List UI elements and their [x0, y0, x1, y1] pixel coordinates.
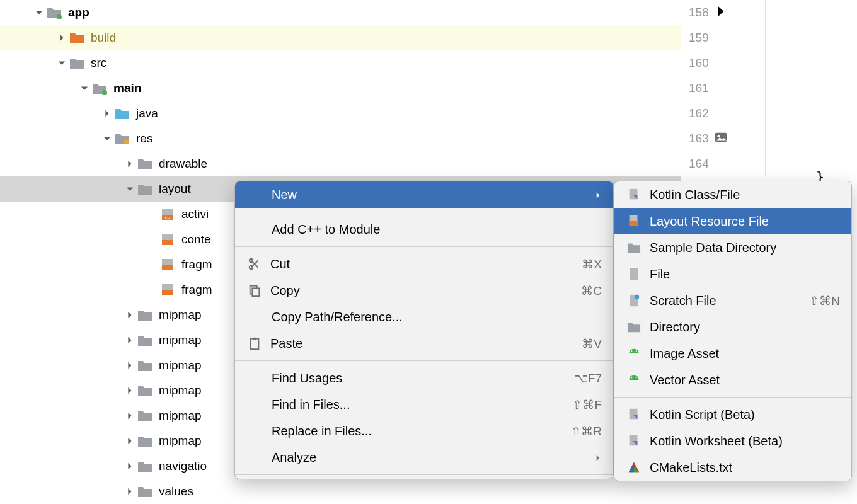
menu-item-cut[interactable]: Cut ⌘X	[235, 251, 613, 277]
gutter-line[interactable]: 159	[681, 25, 765, 50]
menu-item-paste[interactable]: Paste ⌘V	[235, 330, 613, 357]
layout-xml-icon	[160, 233, 175, 246]
gutter-line[interactable]: 162	[681, 101, 765, 126]
folder-icon	[137, 309, 152, 321]
svg-rect-22	[630, 221, 638, 226]
menu-item-new[interactable]: New	[235, 181, 613, 208]
chevron-down-icon[interactable]	[32, 5, 47, 20]
android-icon	[626, 345, 642, 362]
tree-label: mipmap	[159, 409, 202, 423]
menu-item-file[interactable]: File	[614, 261, 851, 287]
chevron-right-icon[interactable]	[122, 358, 137, 373]
menu-separator	[235, 360, 613, 361]
menu-item-kotlin-script[interactable]: Kotlin Script (Beta)	[614, 401, 851, 428]
chevron-right-icon[interactable]	[122, 433, 137, 449]
file-icon	[626, 266, 642, 282]
menu-item-scratch-file[interactable]: Scratch File ⇧⌘N	[614, 287, 851, 314]
menu-item-replace-in-files[interactable]: Replace in Files... ⇧⌘R	[235, 418, 613, 444]
folder-icon	[137, 384, 152, 397]
gutter-line[interactable]: 158	[681, 0, 765, 25]
menu-item-layout-resource-file[interactable]: Layout Resource File	[614, 208, 851, 234]
menu-item-directory[interactable]: Directory	[614, 314, 851, 340]
tree-label: drawable	[159, 157, 207, 171]
chevron-right-icon[interactable]	[54, 30, 69, 45]
menu-item-kotlin-class[interactable]: Kotlin Class/File	[614, 181, 851, 208]
chevron-right-icon[interactable]	[122, 484, 137, 499]
svg-point-28	[631, 377, 632, 378]
copy-icon	[246, 282, 263, 299]
chevron-down-icon[interactable]	[122, 181, 137, 197]
tree-item-src[interactable]: src	[0, 50, 681, 76]
gutter-line[interactable]: 163	[681, 126, 765, 151]
chevron-right-icon	[594, 450, 602, 465]
tree-label: res	[136, 132, 152, 146]
build-folder-icon	[69, 32, 84, 44]
chevron-down-icon[interactable]	[100, 131, 115, 146]
svg-rect-19	[253, 338, 256, 340]
tree-label: fragm	[181, 258, 212, 272]
image-icon[interactable]	[714, 130, 728, 147]
tree-item-app[interactable]: app	[0, 0, 681, 25]
folder-icon	[137, 359, 152, 372]
svg-rect-4	[124, 140, 129, 144]
menu-shortcut: ⌘X	[582, 257, 602, 272]
menu-item-add-cpp[interactable]: Add C++ to Module	[235, 216, 613, 243]
menu-label: Sample Data Directory	[650, 241, 840, 255]
tree-item-build[interactable]: build	[0, 25, 681, 50]
chevron-right-icon[interactable]	[122, 459, 137, 474]
svg-rect-18	[251, 339, 259, 350]
menu-item-sample-data[interactable]: Sample Data Directory	[614, 234, 851, 261]
menu-item-find-in-files[interactable]: Find in Files... ⇧⌘F	[235, 391, 613, 418]
gutter-line[interactable]: 164	[681, 151, 765, 176]
chevron-right-icon[interactable]	[122, 156, 137, 171]
chevron-down-icon[interactable]	[77, 81, 92, 96]
chevron-right-icon[interactable]	[122, 333, 137, 348]
menu-item-analyze[interactable]: Analyze	[235, 444, 613, 471]
chevron-right-icon[interactable]	[100, 106, 115, 121]
context-submenu-new[interactable]: Kotlin Class/File Layout Resource File S…	[614, 181, 852, 481]
menu-item-cmakelists[interactable]: CMakeLists.txt	[614, 454, 851, 481]
tree-item-drawable[interactable]: drawable	[0, 151, 681, 176]
menu-item-find-usages[interactable]: Find Usages ⌥F7	[235, 365, 613, 391]
svg-rect-9	[162, 240, 173, 245]
folder-icon	[137, 460, 152, 472]
chevron-down-icon[interactable]	[54, 55, 69, 71]
context-menu[interactable]: New Add C++ to Module Cut ⌘X Copy ⌘C Cop…	[234, 181, 614, 479]
tree-label: mipmap	[159, 434, 202, 448]
folder-icon	[137, 485, 152, 498]
arrow-spacer	[145, 207, 160, 222]
menu-item-copy-path[interactable]: Copy Path/Reference...	[235, 304, 613, 330]
tree-label: build	[91, 31, 116, 45]
tree-label: conte	[181, 232, 210, 246]
tree-item-java[interactable]: java	[0, 101, 681, 126]
source-folder-icon	[92, 82, 107, 94]
menu-label: Find in Files...	[272, 398, 572, 412]
tree-item-res[interactable]: res	[0, 126, 681, 151]
menu-item-vector-asset[interactable]: Vector Asset	[614, 367, 851, 393]
menu-shortcut: ⇧⌘F	[572, 398, 602, 412]
gutter-number: 160	[689, 56, 709, 70]
gutter-number: 164	[689, 157, 709, 171]
menu-item-image-asset[interactable]: Image Asset	[614, 340, 851, 367]
gutter-run-icon[interactable]	[714, 4, 728, 21]
menu-label: Image Asset	[650, 346, 840, 361]
tree-item-values[interactable]: values	[0, 479, 681, 504]
gutter-line[interactable]: 161	[681, 76, 765, 101]
menu-label: Copy Path/Reference...	[272, 310, 602, 324]
tree-label: values	[159, 484, 193, 498]
folder-icon	[626, 319, 642, 335]
tree-item-main[interactable]: main	[0, 76, 681, 101]
gutter-line[interactable]: 160	[681, 50, 765, 76]
chevron-right-icon[interactable]	[122, 307, 137, 323]
menu-label: Find Usages	[272, 371, 574, 386]
clipboard-icon	[246, 335, 263, 352]
menu-item-copy[interactable]: Copy ⌘C	[235, 277, 613, 304]
chevron-right-icon[interactable]	[122, 383, 137, 398]
menu-label: Scratch File	[650, 294, 809, 308]
chevron-right-icon[interactable]	[122, 408, 137, 423]
menu-label: Analyze	[272, 450, 594, 465]
menu-label: New	[272, 188, 594, 202]
folder-icon	[137, 183, 152, 195]
folder-icon	[137, 410, 152, 422]
menu-item-kotlin-worksheet[interactable]: Kotlin Worksheet (Beta)	[614, 428, 851, 454]
